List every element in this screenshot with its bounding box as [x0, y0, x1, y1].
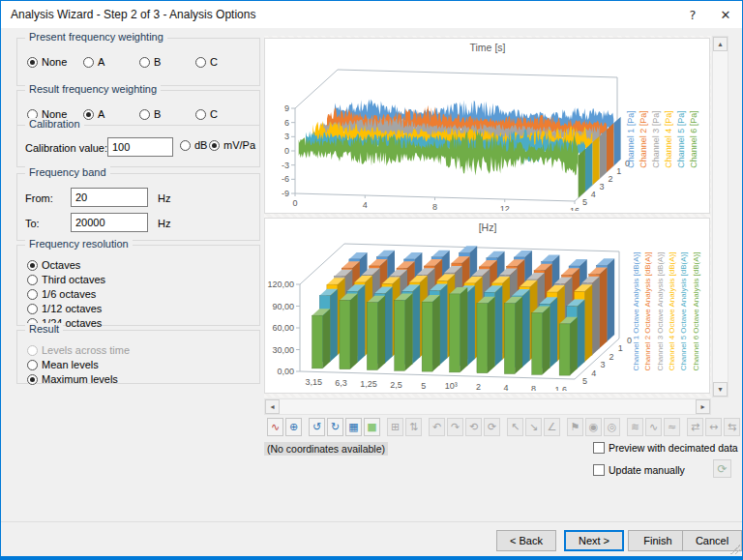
bar-channel-6 [312, 309, 331, 368]
arrow-down-icon: ▾ [718, 385, 722, 394]
toolbar-zoom-in-button: ◉ [585, 418, 602, 436]
finish-button[interactable]: Finish [628, 530, 688, 551]
svg-text:3: 3 [600, 360, 605, 369]
frequency-resolution-radio-1-6-octaves[interactable]: 1/6 octaves [27, 288, 105, 300]
rotate-y-cw-icon: ⟳ [488, 422, 496, 432]
toolbar-curve-points-button: ∿ [645, 418, 662, 436]
resize-grip[interactable] [730, 545, 740, 554]
calibration-value-label: Calibration value: [25, 142, 107, 154]
present-weighting-radio-a[interactable]: A [83, 56, 139, 68]
back-button[interactable]: < Back [496, 530, 556, 551]
radio-icon [27, 275, 38, 285]
scroll-down-button[interactable]: ▾ [713, 382, 728, 397]
rotate-z-ccw-icon: ↖ [511, 422, 520, 432]
svg-text:0: 0 [284, 146, 289, 156]
toolbar-curve-markers-button: ≋ [627, 418, 643, 436]
checkbox-icon [593, 442, 605, 454]
svg-text:6,3: 6,3 [335, 378, 347, 388]
update-manually-checkbox[interactable]: Update manually [593, 464, 685, 476]
frequency-from-input[interactable] [71, 188, 148, 207]
svg-text:30,00: 30,00 [272, 345, 294, 355]
radio-label: 1/12 octaves [42, 303, 102, 314]
frequency-to-input[interactable] [71, 213, 148, 232]
toolbar-rotate-z-ccw-button: ↖ [507, 418, 523, 436]
radio-icon [83, 57, 94, 68]
svg-text:90,00: 90,00 [272, 302, 294, 311]
toolbar-perspective-button: ∠ [544, 418, 560, 436]
close-button[interactable]: ✕ [709, 1, 742, 28]
frequency-resolution-radio-third-octaves[interactable]: Third octaves [27, 274, 105, 285]
next-button[interactable]: Next > [564, 530, 624, 551]
zoom-in-icon: ◉ [589, 422, 599, 432]
result-weighting-radio-c[interactable]: C [195, 108, 252, 120]
time-chart-canvas[interactable]: Time [s]9630-3-6-90481216543210Channel 1… [265, 39, 709, 211]
scroll-left-button[interactable]: ◂ [265, 399, 280, 414]
chart-toolbar: ∿⊕↺↻▦■⊞⇅↶↷⟲⟳↖↘∠⚑◉◎≋∿≈⇄↔⇆ [264, 417, 740, 437]
waveform-endcap [592, 136, 599, 186]
legend-entry: Channel 5 Octave Analysis [dB(A)] [679, 252, 688, 371]
present-weighting-radio-b[interactable]: B [139, 56, 195, 68]
octave-chart-card[interactable]: [Hz]0,0030,0060,0090,00120,003,156,31,25… [264, 218, 710, 394]
horizontal-scrollbar[interactable]: ◂ ▸ [264, 398, 711, 415]
legend-entry: Channel 3 Octave Analysis [dB(A)] [656, 252, 665, 371]
calibration-value-input[interactable] [107, 137, 173, 157]
radio-label: Levels across time [42, 344, 130, 356]
close-icon: ✕ [721, 8, 731, 22]
toolbar-surface-mode-button[interactable]: ▦ [345, 418, 362, 436]
toolbar-rotate-cw-button[interactable]: ↻ [327, 418, 343, 436]
frequency-resolution-radio-octaves[interactable]: Octaves [27, 259, 105, 271]
bar-channel-6 [504, 297, 522, 374]
toolbar-show-coordinates-button[interactable]: ∿ [267, 418, 283, 436]
result-radio-mean-levels[interactable]: Mean levels [27, 359, 130, 370]
rotate-ccw-icon: ↺ [312, 422, 321, 432]
preview-decimated-checkbox[interactable]: Preview with decimated data [593, 442, 738, 454]
bar-channel-6 [340, 293, 358, 368]
octave-chart-canvas[interactable]: [Hz]0,0030,0060,0090,00120,003,156,31,25… [265, 219, 709, 391]
scroll-right-button[interactable]: ▸ [696, 399, 710, 414]
time-chart-card[interactable]: Time [s]9630-3-6-90481216543210Channel 1… [264, 38, 710, 214]
group-label: Frequency band [25, 166, 110, 178]
help-button[interactable]: ? [676, 1, 709, 28]
group-calibration: Calibration Calibration value: dBmV/Pa [16, 125, 260, 167]
result-weighting-radio-a[interactable]: A [83, 108, 139, 120]
zoom-fit-icon: ⊕ [289, 422, 298, 432]
scale-x-icon: ⇄ [691, 422, 699, 432]
scale-y-icon: ↔ [709, 422, 718, 432]
bar-channel-6 [367, 296, 385, 370]
toolbar-pan-button: ⊞ [387, 418, 403, 436]
curve-interpolate-icon: ≈ [668, 422, 676, 432]
vertical-scrollbar[interactable]: ▴ ▾ [712, 36, 728, 398]
radio-label: dB [194, 139, 207, 151]
group-result: Result Levels across timeMean levelsMaxi… [16, 330, 260, 384]
radio-label: Maximum levels [42, 373, 118, 385]
rotate-z-cw-icon: ↘ [529, 422, 538, 432]
calibration-unit-radio-db[interactable]: dB [180, 139, 209, 151]
present-weighting-radio-c[interactable]: C [195, 56, 252, 68]
result-radio-maximum-levels[interactable]: Maximum levels [27, 373, 130, 385]
manual-refresh-button[interactable]: ⟳ [713, 459, 731, 478]
svg-text:4: 4 [591, 190, 596, 199]
frequency-resolution-radio-1-12-octaves[interactable]: 1/12 octaves [27, 303, 105, 314]
toolbar-curve-interpolate-button: ≈ [664, 418, 680, 436]
footer-bar: < Back Next > Finish Cancel [1, 521, 742, 556]
svg-text:6: 6 [284, 118, 289, 128]
svg-text:60,00: 60,00 [272, 323, 294, 333]
present-weighting-radio-none[interactable]: None [27, 56, 83, 68]
calibration-unit-radio-mv-pa[interactable]: mV/Pa [209, 139, 255, 151]
svg-text:-3: -3 [282, 161, 289, 170]
toolbar-zoom-fit-button[interactable]: ⊕ [285, 418, 302, 436]
toolbar-solid-mode-button[interactable]: ■ [364, 418, 380, 436]
title-bar: Analysis Wizard - Step 2 of 3 - Analysis… [1, 1, 742, 28]
radio-label: 1/6 octaves [42, 288, 96, 300]
toolbar-rotate-ccw-button[interactable]: ↺ [309, 418, 325, 436]
octave-chart-title: [Hz] [479, 221, 497, 233]
from-label: From: [25, 192, 53, 204]
svg-text:4: 4 [591, 368, 596, 378]
scroll-up-button[interactable]: ▴ [713, 37, 728, 51]
radio-label: B [154, 108, 161, 120]
legend-entry: Channel 5 [Pa] [676, 110, 686, 168]
svg-text:2: 2 [476, 382, 481, 391]
radio-label: B [154, 56, 161, 68]
result-weighting-radio-b[interactable]: B [139, 108, 195, 120]
bar-channel-6 [532, 307, 550, 375]
